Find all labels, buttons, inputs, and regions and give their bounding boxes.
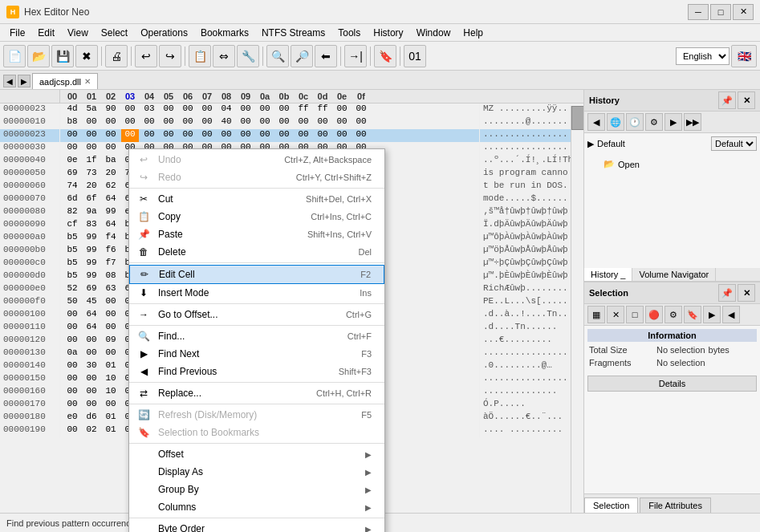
byte-cell[interactable]: b5 bbox=[63, 258, 81, 270]
history-tab[interactable]: History _ bbox=[584, 268, 632, 281]
byte-cell[interactable]: 00 bbox=[63, 360, 81, 373]
byte-cell[interactable]: 99 bbox=[83, 232, 100, 245]
compare-button[interactable]: ⇔ bbox=[213, 45, 235, 67]
byte-cell[interactable]: b5 bbox=[63, 232, 81, 245]
byte-cell[interactable]: b5 bbox=[63, 245, 81, 258]
byte-cell[interactable]: 00 bbox=[83, 399, 100, 412]
byte-cell[interactable]: 00 bbox=[63, 386, 81, 399]
menu-item-history[interactable]: History bbox=[367, 24, 409, 42]
byte-cell[interactable]: 64 bbox=[102, 219, 120, 232]
byte-cell[interactable]: 82 bbox=[63, 206, 81, 219]
byte-cell[interactable]: 50 bbox=[63, 296, 81, 309]
context-menu-item-offset[interactable]: Offset▶ bbox=[129, 445, 384, 463]
byte-cell[interactable]: 10 bbox=[102, 386, 120, 399]
byte-cell[interactable]: 00 bbox=[256, 116, 274, 129]
byte-cell[interactable]: 00 bbox=[83, 142, 100, 155]
menu-item-edit[interactable]: Edit bbox=[31, 24, 61, 42]
find-next-button[interactable]: 🔎 bbox=[291, 45, 313, 67]
byte-cell[interactable]: 62 bbox=[102, 181, 120, 193]
byte-cell[interactable]: 00 bbox=[256, 104, 274, 116]
menu-item-select[interactable]: Select bbox=[95, 24, 134, 42]
byte-cell[interactable]: 69 bbox=[83, 283, 100, 296]
selection-close-button[interactable]: ✕ bbox=[738, 284, 755, 302]
byte-cell[interactable]: 00 bbox=[83, 347, 100, 360]
menu-item-operations[interactable]: Operations bbox=[134, 24, 194, 42]
context-menu-item-paste[interactable]: 📌PasteShift+Ins, Ctrl+V bbox=[129, 225, 384, 243]
context-menu-item-group-by[interactable]: Group By▶ bbox=[129, 481, 384, 498]
byte-cell[interactable]: 09 bbox=[102, 335, 120, 347]
byte-cell[interactable]: 64 bbox=[83, 309, 100, 322]
undo-button[interactable]: ↩ bbox=[135, 45, 157, 67]
byte-cell[interactable]: 00 bbox=[102, 322, 120, 335]
sel-btn4[interactable]: 🔴 bbox=[645, 306, 663, 323]
byte-cell[interactable]: 73 bbox=[83, 168, 100, 181]
byte-cell[interactable]: 01 bbox=[102, 424, 120, 437]
byte-cell[interactable]: ff bbox=[314, 104, 331, 116]
byte-cell[interactable]: 64 bbox=[102, 193, 120, 206]
sel-btn5[interactable]: ⚙ bbox=[664, 306, 682, 323]
sel-btn6[interactable]: 🔖 bbox=[684, 306, 701, 323]
byte-cell[interactable]: 00 bbox=[237, 129, 254, 142]
byte-cell[interactable]: 00 bbox=[102, 296, 120, 309]
byte-cell[interactable]: 00 bbox=[102, 399, 120, 412]
file-attributes-tab[interactable]: File Attributes bbox=[640, 497, 711, 513]
byte-cell[interactable]: 99 bbox=[83, 270, 100, 283]
byte-cell[interactable]: 00 bbox=[140, 129, 158, 142]
byte-cell[interactable]: e0 bbox=[63, 412, 81, 424]
history-close-button[interactable]: ✕ bbox=[738, 91, 755, 109]
selection-tab[interactable]: Selection bbox=[584, 497, 638, 513]
byte-cell[interactable]: 99 bbox=[83, 245, 100, 258]
close-tab-button[interactable]: ✕ bbox=[84, 77, 91, 86]
byte-cell[interactable]: 00 bbox=[198, 116, 216, 129]
byte-cell[interactable]: 1f bbox=[83, 155, 100, 168]
byte-cell[interactable]: 00 bbox=[63, 399, 81, 412]
language-select[interactable]: English bbox=[676, 47, 730, 65]
byte-cell[interactable]: 00 bbox=[63, 142, 81, 155]
volume-navigator-tab[interactable]: Volume Navigator bbox=[632, 268, 716, 281]
byte-cell[interactable]: 00 bbox=[275, 104, 293, 116]
context-menu-item-delete[interactable]: 🗑DeleteDel bbox=[129, 243, 384, 261]
byte-cell[interactable]: 08 bbox=[102, 270, 120, 283]
sel-btn2[interactable]: ✕ bbox=[607, 306, 624, 323]
byte-cell[interactable]: 74 bbox=[63, 181, 81, 193]
byte-cell[interactable]: 63 bbox=[102, 283, 120, 296]
byte-cell[interactable]: 45 bbox=[83, 296, 100, 309]
find-prev-button[interactable]: ⬅ bbox=[315, 45, 337, 67]
context-menu-item-columns[interactable]: Columns▶ bbox=[129, 498, 384, 516]
context-menu-item-display-as[interactable]: Display As▶ bbox=[129, 463, 384, 481]
next-tab-button[interactable]: ▶ bbox=[18, 75, 30, 87]
byte-cell[interactable]: 4d bbox=[63, 104, 81, 116]
byte-cell[interactable]: 00 bbox=[198, 104, 216, 116]
byte-cell[interactable]: 00 bbox=[179, 104, 197, 116]
context-menu-item-find-previous[interactable]: ◀Find PreviousShift+F3 bbox=[129, 363, 384, 380]
sel-btn3[interactable]: □ bbox=[626, 306, 644, 323]
byte-cell[interactable]: 00 bbox=[256, 129, 274, 142]
byte-cell[interactable]: 00 bbox=[275, 129, 293, 142]
byte-cell[interactable]: 00 bbox=[63, 373, 81, 386]
byte-cell[interactable]: 00 bbox=[333, 104, 351, 116]
new-button[interactable]: 📄 bbox=[3, 45, 26, 67]
byte-cell[interactable]: 00 bbox=[237, 116, 254, 129]
byte-cell[interactable]: 00 bbox=[63, 309, 81, 322]
byte-cell[interactable]: 00 bbox=[102, 347, 120, 360]
file-tab[interactable]: aadjcsp.dll ✕ bbox=[32, 73, 98, 89]
byte-cell[interactable]: 99 bbox=[83, 258, 100, 270]
hist-btn4[interactable]: ⚙ bbox=[645, 113, 663, 131]
byte-cell[interactable]: 00 bbox=[140, 116, 158, 129]
byte-cell[interactable]: 00 bbox=[83, 386, 100, 399]
byte-cell[interactable]: b8 bbox=[63, 116, 81, 129]
hex-row[interactable]: 0000002300000000000000000000000000000000… bbox=[0, 129, 583, 142]
byte-cell[interactable]: 00 bbox=[179, 129, 197, 142]
byte-cell[interactable]: 0a bbox=[63, 347, 81, 360]
byte-cell[interactable]: 00 bbox=[295, 129, 312, 142]
menu-item-file[interactable]: File bbox=[3, 24, 31, 42]
byte-cell[interactable]: 00 bbox=[63, 322, 81, 335]
menu-item-window[interactable]: Window bbox=[410, 24, 457, 42]
byte-cell[interactable]: 00 bbox=[179, 116, 197, 129]
byte-cell[interactable]: 40 bbox=[217, 116, 235, 129]
byte-cell[interactable]: 00 bbox=[83, 373, 100, 386]
redo-button[interactable]: ↪ bbox=[159, 45, 181, 67]
byte-cell[interactable]: 20 bbox=[83, 181, 100, 193]
history-open-item[interactable]: 📂 Open bbox=[587, 157, 757, 171]
maximize-button[interactable]: □ bbox=[710, 4, 731, 20]
